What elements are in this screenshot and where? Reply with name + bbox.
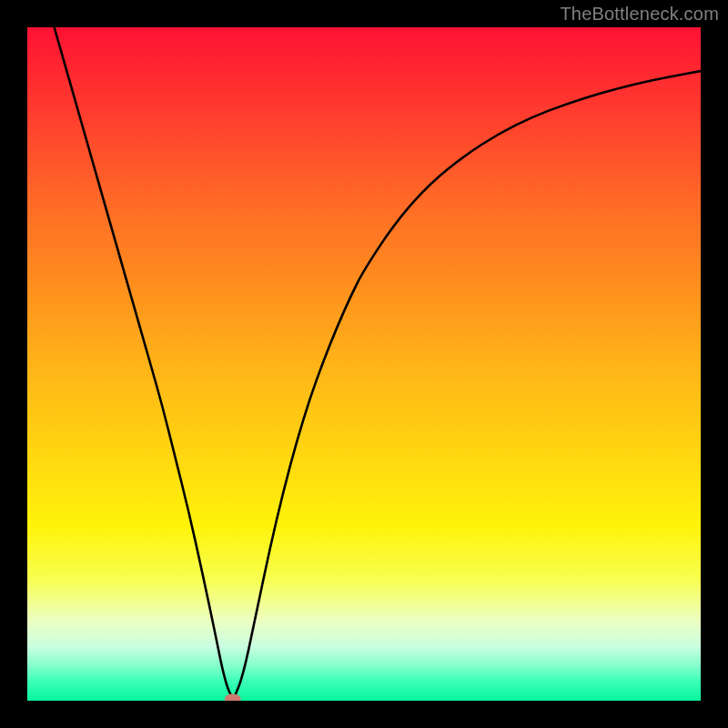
minimum-marker: [225, 694, 241, 701]
chart-frame: TheBottleneck.com: [0, 0, 728, 728]
attribution-label: TheBottleneck.com: [560, 4, 719, 25]
marker-svg: [27, 27, 701, 701]
plot-area: [27, 27, 701, 701]
